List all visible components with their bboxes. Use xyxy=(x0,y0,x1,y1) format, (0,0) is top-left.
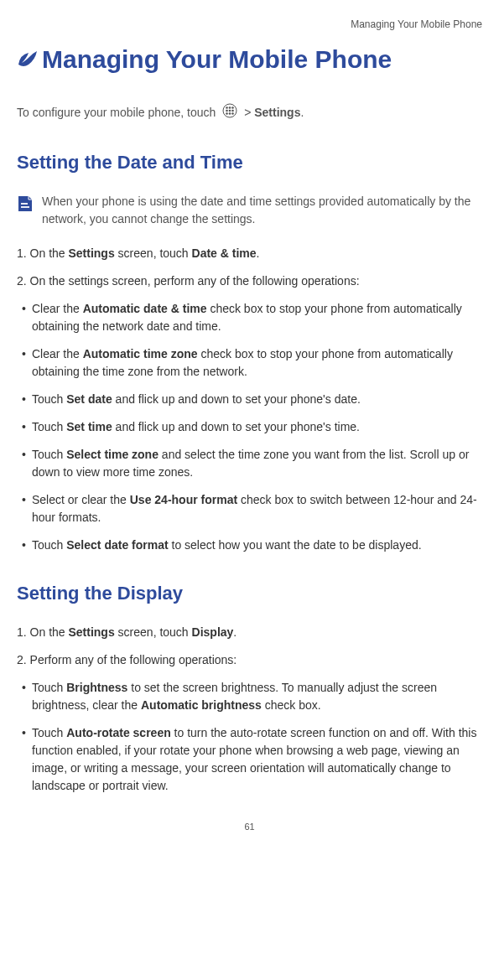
svg-point-2 xyxy=(229,106,231,109)
svg-point-9 xyxy=(231,112,234,115)
list-item: Touch Select date format to select how y… xyxy=(17,537,482,554)
intro-paragraph: To configure your mobile phone, touch > … xyxy=(17,103,482,123)
bullet-list-display: Touch Brightness to set the screen brigh… xyxy=(17,679,482,795)
step-2-date-time: 2. On the settings screen, perform any o… xyxy=(17,272,482,290)
list-item: Touch Set time and flick up and down to … xyxy=(17,418,482,436)
list-item: Touch Auto-rotate screen to turn the aut… xyxy=(17,724,482,795)
note-icon xyxy=(17,194,34,218)
step-1-display: 1. On the Settings screen, touch Display… xyxy=(17,624,482,641)
svg-point-3 xyxy=(231,106,234,109)
list-item: Clear the Automatic time zone check box … xyxy=(17,345,482,381)
step-2-display: 2. Perform any of the following operatio… xyxy=(17,651,482,669)
note-block: When your phone is using the date and ti… xyxy=(17,193,482,228)
section-heading-display: Setting the Display xyxy=(17,579,482,607)
svg-point-4 xyxy=(226,110,228,112)
leaf-icon xyxy=(17,40,39,78)
page-number: 61 xyxy=(17,820,482,834)
page-title: Managing Your Mobile Phone xyxy=(17,40,482,78)
svg-point-5 xyxy=(229,110,231,112)
step-1-date-time: 1. On the Settings screen, touch Date & … xyxy=(17,245,482,262)
list-item: Touch Set date and flick up and down to … xyxy=(17,391,482,408)
apps-grid-icon xyxy=(222,103,237,123)
page-header: Managing Your Mobile Phone xyxy=(17,17,482,32)
list-item: Clear the Automatic date & time check bo… xyxy=(17,300,482,335)
section-heading-date-time: Setting the Date and Time xyxy=(17,148,482,176)
svg-point-7 xyxy=(226,112,228,115)
list-item: Touch Select time zone and select the ti… xyxy=(17,446,482,481)
svg-point-6 xyxy=(231,110,234,112)
note-text: When your phone is using the date and ti… xyxy=(42,193,482,228)
list-item: Touch Brightness to set the screen brigh… xyxy=(17,679,482,714)
svg-point-1 xyxy=(226,106,228,109)
list-item: Select or clear the Use 24-hour format c… xyxy=(17,491,482,526)
svg-point-8 xyxy=(229,112,231,115)
bullet-list-date-time: Clear the Automatic date & time check bo… xyxy=(17,300,482,554)
